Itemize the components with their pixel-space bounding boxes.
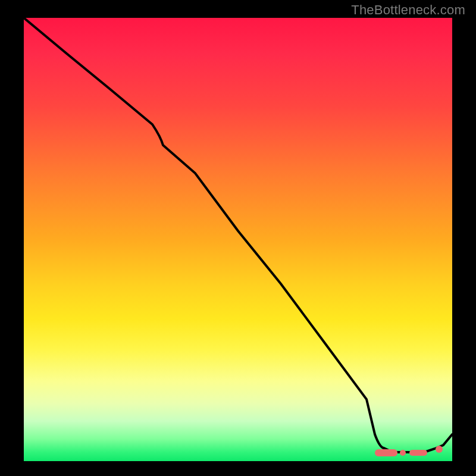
trough-bar bbox=[409, 450, 427, 456]
plot-overlay-svg bbox=[24, 18, 452, 461]
watermark-text: TheBottleneck.com bbox=[351, 2, 465, 18]
trough-dot-2 bbox=[436, 446, 443, 453]
plot-gradient-area bbox=[24, 18, 452, 461]
trough-left-pill bbox=[375, 449, 397, 456]
chart-stage: TheBottleneck.com bbox=[0, 0, 476, 476]
trough-dot-1 bbox=[400, 450, 406, 456]
curve-line bbox=[24, 18, 452, 452]
